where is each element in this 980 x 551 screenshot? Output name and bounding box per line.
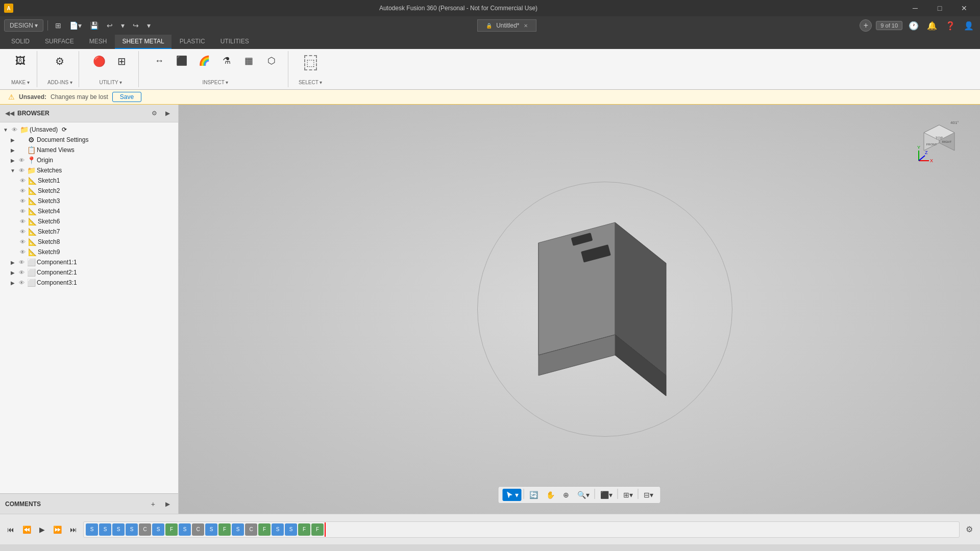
select-label[interactable]: SELECT ▾ (299, 80, 323, 85)
select-mode-button[interactable]: ▾ (503, 489, 522, 501)
close-button[interactable]: ✕ (952, 0, 976, 16)
select-button[interactable]: ⬚ (300, 53, 321, 72)
save-button[interactable]: Save (112, 92, 141, 102)
component3-expand-icon[interactable]: ▶ (9, 280, 16, 286)
browser-item-sketch8[interactable]: 👁 📐 Sketch8 (0, 237, 178, 247)
account-button[interactable]: 👤 (962, 19, 976, 33)
browser-item-sketch6[interactable]: 👁 📐 Sketch6 (0, 216, 178, 227)
browser-item-sketch4[interactable]: 👁 📐 Sketch4 (0, 206, 178, 216)
grid-button[interactable]: ⊞ (52, 19, 64, 32)
tab-surface[interactable]: SURFACE (38, 35, 81, 49)
component3-eye-icon[interactable]: 👁 (17, 280, 26, 286)
component1-expand-icon[interactable]: ▶ (9, 260, 16, 265)
addins-button[interactable]: ⚙ (50, 53, 70, 69)
sketches-eye-icon[interactable]: 👁 (17, 167, 26, 173)
draft-analysis-button[interactable]: ▦ (239, 53, 259, 68)
tab-sheet-metal[interactable]: SHEET METAL (115, 35, 171, 49)
browser-item-sketch7[interactable]: 👁 📐 Sketch7 (0, 227, 178, 237)
tl-item-18[interactable]: F (311, 523, 324, 536)
tl-item-4[interactable]: S (126, 523, 138, 536)
make-label[interactable]: MAKE ▾ (11, 80, 30, 85)
browser-item-component3[interactable]: ▶ 👁 ⬜ Component3:1 (0, 278, 178, 288)
doc-settings-expand-icon[interactable]: ▶ (9, 137, 16, 143)
sketches-expand-icon[interactable]: ▼ (9, 168, 16, 173)
redo-dropdown[interactable]: ▾ (144, 19, 154, 32)
redo-button[interactable]: ↪ (130, 19, 142, 32)
tl-item-16[interactable]: S (285, 523, 297, 536)
maximize-button[interactable]: □ (928, 0, 951, 16)
zoom-fit-button[interactable]: ⊕ (560, 489, 572, 501)
undo-dropdown[interactable]: ▾ (118, 19, 128, 32)
close-tab-button[interactable]: ✕ (524, 23, 528, 29)
display-mode-button[interactable]: ⬛▾ (597, 489, 616, 501)
tab-mesh[interactable]: MESH (82, 35, 114, 49)
browser-item-sketch3[interactable]: 👁 📐 Sketch3 (0, 196, 178, 206)
notifications-button[interactable]: 🔔 (925, 19, 939, 33)
tl-play-button[interactable]: ▶ (37, 523, 47, 536)
component2-eye-icon[interactable]: 👁 (17, 269, 26, 276)
add-document-button[interactable]: + (860, 19, 872, 32)
curvature-button[interactable]: ⚗ (216, 53, 237, 68)
interference-button[interactable]: 🌈 (194, 53, 214, 68)
tl-item-5[interactable]: C (139, 523, 151, 536)
browser-item-sketches[interactable]: ▼ 👁 📁 Sketches (0, 165, 178, 176)
sketch3-eye-icon[interactable]: 👁 (18, 198, 27, 204)
tl-item-14[interactable]: F (258, 523, 271, 536)
tl-item-8[interactable]: S (179, 523, 191, 536)
grid-display-button[interactable]: ⊞ (112, 53, 132, 69)
timeline-track[interactable]: S S S S C S F S C S F S C F S S F F (83, 521, 960, 538)
browser-item-sketch9[interactable]: 👁 📐 Sketch9 (0, 247, 178, 257)
browser-item-document-settings[interactable]: ▶ ⚙ Document Settings (0, 135, 178, 145)
help-button[interactable]: ❓ (943, 19, 958, 33)
new-button[interactable]: 📄▾ (66, 19, 85, 32)
sketch9-eye-icon[interactable]: 👁 (18, 249, 27, 255)
addins-label[interactable]: ADD-INS ▾ (47, 80, 72, 85)
sketch4-eye-icon[interactable]: 👁 (18, 208, 27, 214)
sketch6-eye-icon[interactable]: 👁 (18, 218, 27, 224)
tl-item-9[interactable]: C (192, 523, 204, 536)
section-analysis-button[interactable]: ⬛ (172, 53, 192, 68)
sketch1-eye-icon[interactable]: 👁 (18, 178, 27, 184)
save-quick-button[interactable]: 💾 (87, 19, 102, 32)
tab-plastic[interactable]: PLASTIC (173, 35, 212, 49)
browser-root-item[interactable]: ▼ 👁 📁 (Unsaved) ⟳ (0, 124, 178, 135)
component2-expand-icon[interactable]: ▶ (9, 270, 16, 276)
tab-utilities[interactable]: UTILITIES (213, 35, 256, 49)
tl-item-10[interactable]: S (205, 523, 217, 536)
tl-next-button[interactable]: ⏩ (51, 523, 64, 536)
design-workspace-button[interactable]: DESIGN ▾ (4, 19, 43, 32)
tl-item-7[interactable]: F (165, 523, 178, 536)
comments-add-button[interactable]: + (148, 498, 158, 510)
browser-item-component1[interactable]: ▶ 👁 ⬜ Component1:1 (0, 257, 178, 267)
browser-settings-button[interactable]: ⚙ (149, 108, 160, 119)
browser-item-sketch2[interactable]: 👁 📐 Sketch2 (0, 186, 178, 196)
tl-item-11[interactable]: F (218, 523, 231, 536)
named-views-expand-icon[interactable]: ▶ (9, 147, 16, 153)
make-button[interactable]: 🖼 (10, 53, 31, 69)
tl-prev-button[interactable]: ⏪ (20, 523, 33, 536)
sketch2-eye-icon[interactable]: 👁 (18, 188, 27, 194)
tl-go-end-button[interactable]: ⏭ (68, 523, 79, 536)
tl-go-start-button[interactable]: ⏮ (5, 523, 16, 536)
root-visibility-icon[interactable]: 👁 (10, 127, 18, 133)
browser-item-named-views[interactable]: ▶ 📋 Named Views (0, 145, 178, 155)
history-button[interactable]: 🕐 (906, 19, 921, 33)
document-tab[interactable]: 🔒 Untitled* ✕ (477, 19, 536, 32)
sketch8-eye-icon[interactable]: 👁 (18, 239, 27, 245)
tl-item-1[interactable]: S (86, 523, 98, 536)
utility-label[interactable]: UTILITY ▾ (99, 80, 122, 85)
tl-item-6[interactable]: S (152, 523, 164, 536)
tl-item-12[interactable]: S (232, 523, 244, 536)
tl-item-17[interactable]: F (298, 523, 310, 536)
undo-button[interactable]: ↩ (104, 19, 116, 32)
root-expand-icon[interactable]: ▼ (2, 127, 9, 133)
grid-toggle-button[interactable]: ⊞▾ (620, 489, 636, 501)
pan-button[interactable]: ✋ (543, 489, 558, 501)
browser-item-sketch1[interactable]: 👁 📐 Sketch1 (0, 176, 178, 186)
traffic-light-button[interactable]: 🔴 (89, 53, 110, 69)
view-cube[interactable]: X Y Z TOP FRONT RIGHT 401° (914, 115, 965, 166)
view-settings-button[interactable]: ⊟▾ (641, 489, 656, 501)
viewport[interactable]: X Y Z TOP FRONT RIGHT 401° ▾ 🔄 (179, 105, 980, 514)
comments-expand-button[interactable]: ▶ (162, 498, 173, 510)
browser-collapse-button[interactable]: ◀◀ (5, 110, 14, 117)
